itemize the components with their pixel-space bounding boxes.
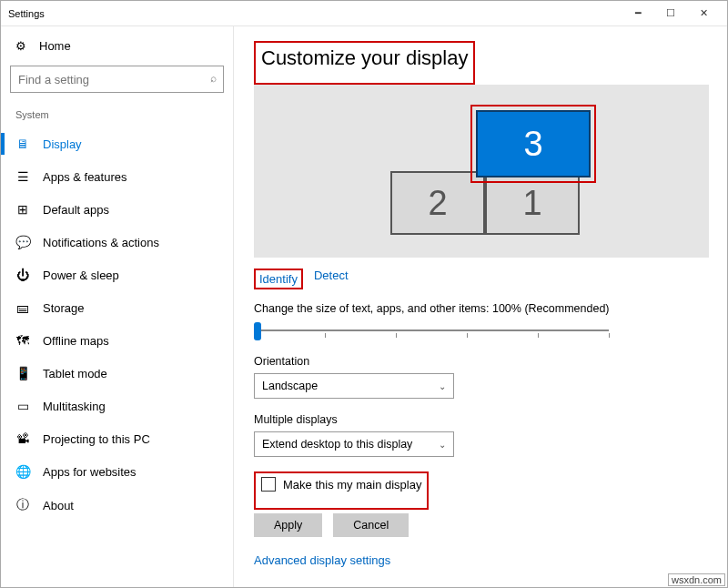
sidebar-item-label: Default apps [43, 203, 109, 217]
display-icon: 🖥 [15, 137, 30, 151]
multiple-displays-label: Multiple displays [254, 413, 707, 426]
orientation-label: Orientation [254, 355, 707, 368]
sidebar-item-label: Projecting to this PC [43, 432, 150, 446]
monitor-label: 3 [523, 125, 542, 164]
main-display-label: Make this my main display [283, 478, 421, 492]
notifications-icon: 💬 [15, 235, 30, 249]
multiple-displays-dropdown[interactable]: Extend desktop to this display ⌄ [254, 431, 454, 457]
titlebar: Settings ━ ☐ ✕ [1, 1, 727, 26]
main-display-checkbox-row[interactable]: Make this my main display [256, 473, 427, 495]
watermark: wsxdn.com [668, 573, 725, 586]
apps-icon: ☰ [15, 169, 30, 184]
sidebar-item-storage[interactable]: 🖴Storage [1, 291, 233, 324]
sidebar-item-multitasking[interactable]: ▭Multitasking [1, 390, 233, 422]
sidebar-item-label: Offline maps [43, 334, 109, 348]
slider-tick [609, 333, 610, 338]
highlight-monitor-3: 3 [470, 105, 596, 183]
sidebar-item-label: Apps & features [43, 170, 127, 184]
button-row: Apply Cancel [254, 513, 707, 537]
sidebar-item-label: About [43, 499, 74, 512]
window-title: Settings [8, 8, 622, 19]
sidebar-item-label: Tablet mode [43, 367, 107, 380]
monitor-label: 2 [428, 184, 447, 223]
default-apps-icon: ⊞ [15, 202, 30, 217]
nav-list: 🖥Display ☰Apps & features ⊞Default apps … [1, 127, 233, 587]
multitasking-icon: ▭ [15, 399, 30, 413]
sidebar-item-display[interactable]: 🖥Display [1, 127, 233, 160]
sidebar-item-label: Notifications & actions [43, 236, 159, 249]
window-controls: ━ ☐ ✕ [622, 4, 720, 24]
about-icon: ⓘ [15, 497, 30, 513]
maps-icon: 🗺 [15, 333, 30, 348]
search-container: ⌕ [10, 66, 224, 93]
orientation-dropdown[interactable]: Landscape ⌄ [254, 373, 454, 399]
slider-tick [325, 333, 326, 338]
close-button[interactable]: ✕ [687, 4, 720, 24]
search-icon: ⌕ [210, 72, 217, 85]
checkbox[interactable] [261, 477, 276, 492]
slider-thumb[interactable] [254, 322, 261, 340]
sidebar-item-apps-features[interactable]: ☰Apps & features [1, 160, 233, 193]
search-input[interactable] [10, 66, 224, 93]
sidebar-item-label: Multitasking [43, 400, 106, 413]
apply-button[interactable]: Apply [254, 513, 322, 537]
sidebar-item-label: Apps for websites [43, 465, 136, 479]
sidebar-item-default-apps[interactable]: ⊞Default apps [1, 193, 233, 226]
page-title: Customize your display [256, 43, 473, 74]
home-button[interactable]: ⚙ Home [1, 26, 233, 62]
sidebar-item-projecting[interactable]: 📽Projecting to this PC [1, 422, 233, 455]
monitor-3[interactable]: 3 [476, 110, 591, 177]
advanced-display-settings-link[interactable]: Advanced display settings [254, 553, 707, 567]
content-area: Customize your display 2 1 3 Identify De… [234, 26, 727, 587]
sidebar-item-label: Power & sleep [43, 269, 119, 282]
slider-track [254, 329, 609, 331]
identify-detect-row: Identify Detect [254, 269, 707, 289]
main-layout: ⚙ Home ⌕ System 🖥Display ☰Apps & feature… [1, 26, 727, 587]
sidebar-item-label: Display [43, 137, 82, 151]
scale-label: Change the size of text, apps, and other… [254, 302, 707, 315]
sidebar-item-apps-websites[interactable]: 🌐Apps for websites [1, 455, 233, 488]
chevron-down-icon: ⌄ [439, 440, 446, 450]
detect-link[interactable]: Detect [314, 269, 349, 289]
display-arrangement[interactable]: 2 1 3 [254, 85, 709, 258]
sidebar-item-tablet-mode[interactable]: 📱Tablet mode [1, 357, 233, 390]
identify-link[interactable]: Identify [254, 269, 303, 289]
power-icon: ⏻ [15, 268, 30, 282]
cancel-button[interactable]: Cancel [333, 513, 409, 537]
projecting-icon: 📽 [15, 431, 30, 446]
home-label: Home [39, 39, 71, 53]
scale-slider[interactable] [254, 320, 609, 342]
slider-tick [467, 333, 468, 338]
highlight-main-display: Make this my main display [254, 471, 429, 510]
sidebar-item-power-sleep[interactable]: ⏻Power & sleep [1, 259, 233, 291]
gear-icon: ⚙ [15, 39, 26, 53]
highlight-title: Customize your display [254, 41, 475, 85]
orientation-value: Landscape [262, 380, 318, 392]
sidebar-group-label: System [1, 104, 233, 127]
sidebar-item-notifications[interactable]: 💬Notifications & actions [1, 226, 233, 259]
maximize-button[interactable]: ☐ [654, 4, 687, 24]
minimize-button[interactable]: ━ [622, 4, 654, 24]
sidebar-item-offline-maps[interactable]: 🗺Offline maps [1, 324, 233, 357]
websites-icon: 🌐 [15, 464, 30, 479]
slider-tick [538, 333, 539, 338]
multiple-displays-value: Extend desktop to this display [262, 438, 412, 451]
slider-tick [396, 333, 397, 338]
monitor-label: 1 [522, 184, 541, 223]
sidebar-item-label: Storage [43, 301, 85, 315]
storage-icon: 🖴 [15, 300, 30, 315]
chevron-down-icon: ⌄ [439, 381, 446, 391]
sidebar-item-about[interactable]: ⓘAbout [1, 488, 233, 522]
tablet-icon: 📱 [15, 366, 30, 380]
sidebar: ⚙ Home ⌕ System 🖥Display ☰Apps & feature… [1, 26, 234, 587]
